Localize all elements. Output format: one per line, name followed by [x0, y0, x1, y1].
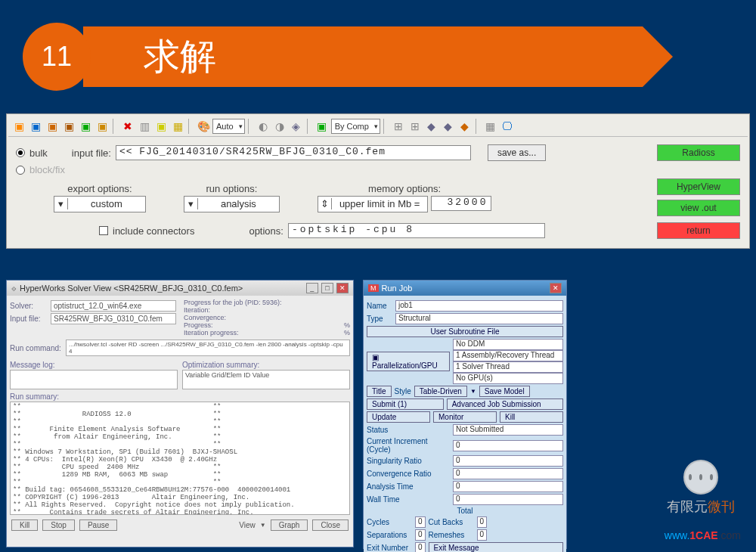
- toolbar-icon[interactable]: ▦: [170, 119, 185, 134]
- wireframe-icon[interactable]: ⊞: [391, 119, 406, 134]
- include-checkbox[interactable]: [99, 226, 108, 235]
- close-button[interactable]: ✕: [550, 283, 562, 293]
- runsum-label: Run summary:: [10, 392, 350, 401]
- submit-button[interactable]: Submit (1): [367, 398, 444, 410]
- wm-text1: 有限元: [667, 499, 708, 514]
- parallel-button[interactable]: ▣ Parallelization/GPU: [367, 352, 450, 371]
- kill-button[interactable]: Kill: [500, 411, 563, 423]
- monitor-icon[interactable]: 🖵: [500, 119, 515, 134]
- stop-button[interactable]: Stop: [42, 519, 75, 531]
- maximize-button[interactable]: □: [321, 283, 333, 293]
- update-button[interactable]: Update: [367, 411, 430, 423]
- mem-input[interactable]: 32000: [431, 196, 491, 211]
- solver-val[interactable]: optistruct_12.0_win64.exe: [51, 300, 176, 312]
- return-button[interactable]: return: [657, 222, 740, 239]
- close-button[interactable]: Close: [312, 519, 349, 531]
- shape-icon[interactable]: ◑: [272, 119, 287, 134]
- progress-label: Progress for the job (PID: 5936):: [184, 299, 350, 306]
- cur-val: 0: [453, 440, 563, 451]
- color-icon[interactable]: 🎨: [196, 119, 211, 134]
- progress-row: Progress:: [184, 321, 213, 329]
- shaded-icon[interactable]: ◆: [457, 119, 472, 134]
- run-col: run options: ▾ analysis: [184, 183, 280, 212]
- bulk-radio[interactable]: [16, 148, 25, 157]
- viewout-button[interactable]: view .out: [657, 200, 740, 216]
- delete-icon[interactable]: ✖: [120, 119, 135, 134]
- minimize-button[interactable]: _: [306, 283, 318, 293]
- runsum-box[interactable]: ** ** ** RADIOSS 12.0 ** ** ** ** Finite…: [10, 402, 350, 515]
- exitmsg-button[interactable]: Exit Message: [429, 542, 563, 552]
- slide-number-circle: 11: [23, 23, 91, 91]
- rem-val: 0: [477, 529, 488, 541]
- blockfix-radio[interactable]: [16, 166, 25, 175]
- gpu-val: No GPU(s): [453, 373, 563, 384]
- run-value: analysis: [198, 198, 279, 209]
- type-input[interactable]: Structural: [395, 313, 563, 324]
- bulk-label: bulk: [29, 147, 48, 159]
- auto-combo[interactable]: Auto: [212, 119, 245, 134]
- iter-progress: Iteration progress:: [184, 329, 239, 336]
- name-label: Name: [367, 302, 392, 310]
- export-col: export options: ▾ custom: [54, 183, 146, 212]
- window-controls: _ □ ✕: [305, 283, 349, 293]
- table-button[interactable]: Table-Driven: [414, 386, 467, 397]
- savemodel-button[interactable]: Save Model: [479, 386, 530, 397]
- wm-text2: 微刊: [708, 499, 735, 514]
- inputfile-input[interactable]: << FJG_20140310/SR425RW_BFJG_0310_C0.fem: [116, 145, 471, 160]
- ddm-val: No DDM: [453, 339, 563, 350]
- toolbar: ▣ ▣ ▣ ▣ ▣ ▣ ✖ ▥ ▣ ▦ 🎨 Auto ◐ ◑ ◈ ▣ By Co…: [8, 116, 748, 137]
- toolbar-icon[interactable]: ▣: [11, 119, 26, 134]
- close-button[interactable]: ✕: [336, 283, 349, 293]
- shape-icon[interactable]: ◐: [256, 119, 271, 134]
- toolbar-icon[interactable]: ▣: [45, 119, 60, 134]
- pause-button[interactable]: Pause: [79, 519, 117, 531]
- sing-label: Singularity Ratio: [367, 457, 450, 465]
- include-label: include connectors: [113, 225, 194, 237]
- form-area: bulk input file: << FJG_20140310/SR425RW…: [8, 137, 748, 247]
- options-label: options:: [249, 225, 284, 237]
- run-dropdown[interactable]: ▾ analysis: [184, 196, 280, 212]
- optsum-label: Optimization summary:: [182, 361, 350, 369]
- solver-titlebar: ⟐ HyperWorks Solver View <SR425RW_BFJG_0…: [7, 281, 353, 296]
- grid-icon[interactable]: ▦: [483, 119, 498, 134]
- title-button[interactable]: Title: [367, 386, 392, 397]
- options-input[interactable]: -optskip -cpu 8: [288, 223, 545, 238]
- msglog-box[interactable]: [10, 370, 178, 389]
- toolbar-icon[interactable]: ▣: [153, 119, 169, 134]
- shaded-icon[interactable]: ◆: [424, 119, 439, 134]
- solver-input-val[interactable]: SR425RW_BFJG_0310_C0.fem: [51, 313, 176, 324]
- exit-label: Exit Number: [367, 544, 412, 552]
- hyperview-button[interactable]: HyperView: [657, 178, 740, 195]
- name-input[interactable]: job1: [395, 300, 563, 312]
- mem-dropdown[interactable]: ⇕ upper limit in Mb =: [318, 196, 429, 212]
- toolbar-icon[interactable]: ▣: [78, 119, 93, 134]
- toolbar-icon[interactable]: ▣: [28, 119, 43, 134]
- toolbar-icon[interactable]: ▣: [61, 119, 76, 134]
- graph-button[interactable]: Graph: [271, 519, 308, 531]
- usr-button[interactable]: User Subroutine File: [367, 326, 563, 337]
- adv-button[interactable]: Advanced Job Submission: [447, 398, 563, 410]
- wireframe-icon[interactable]: ⊞: [407, 119, 423, 134]
- optsum-box[interactable]: Variable Grid/Elem ID Value: [182, 370, 350, 389]
- shaded-icon[interactable]: ◆: [441, 119, 456, 134]
- status-label: Status: [367, 426, 450, 434]
- export-dropdown[interactable]: ▾ custom: [54, 196, 146, 212]
- cube-icon[interactable]: ◈: [289, 119, 304, 134]
- kill-button[interactable]: Kill: [11, 519, 38, 531]
- cur-label: Current Increment (Cycle): [367, 437, 450, 454]
- toolbar-icon[interactable]: ▣: [94, 119, 110, 134]
- solver-lbl: Solver:: [10, 302, 48, 310]
- saveas-button[interactable]: save as...: [488, 144, 546, 161]
- monitor-button[interactable]: Monitor: [433, 411, 497, 423]
- exit-val: 0: [415, 542, 426, 552]
- toolbar-icon[interactable]: ▥: [137, 119, 152, 134]
- mem-options-label: memory options:: [368, 183, 441, 194]
- bycomp-combo[interactable]: By Comp: [331, 119, 380, 134]
- cycles-label: Cycles: [367, 518, 412, 526]
- runjob-titlebar: M Run Job ✕: [364, 281, 566, 296]
- mem-col: memory options: ⇕ upper limit in Mb = 32…: [318, 183, 492, 212]
- runcmd-val[interactable]: .../hwsolver.tcl -solver RD -screen .../…: [66, 340, 350, 356]
- cube-icon[interactable]: ▣: [314, 119, 330, 134]
- radioss-button[interactable]: Radioss: [657, 144, 740, 161]
- runjob-title: Run Job: [379, 284, 550, 293]
